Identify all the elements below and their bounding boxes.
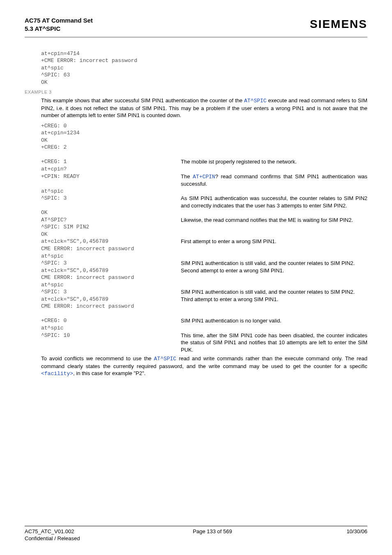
- code-line: +CME ERROR: incorrect password: [41, 57, 367, 64]
- example-row: [41, 151, 367, 159]
- example-row: at^spic: [41, 188, 367, 195]
- code-line: at+clck="SC",0,456789: [41, 267, 181, 274]
- code-line: [41, 310, 181, 318]
- desc: The AT+CPIN? read command confirms that …: [181, 173, 367, 188]
- code-line: CME ERROR: incorrect password: [41, 274, 181, 281]
- example-row: OK: [41, 137, 367, 144]
- desc: [181, 137, 367, 144]
- desc: [181, 325, 367, 332]
- code-line: OK: [41, 231, 181, 238]
- code-line: OK: [41, 209, 181, 216]
- doc-title: AC75 AT Command Set: [25, 16, 93, 25]
- example-row: OK: [41, 209, 367, 216]
- example-row: +CREG: 0SIM PIN1 authentication is no lo…: [41, 317, 367, 325]
- code-line: CME ERROR: incorrect password: [41, 303, 181, 310]
- at-spic-link[interactable]: AT^SPIC: [244, 98, 267, 104]
- desc: SIM PIN1 authentication is no longer val…: [181, 317, 367, 325]
- desc: [181, 231, 367, 238]
- example-row: at^spic: [41, 325, 367, 332]
- desc: [181, 144, 367, 151]
- desc: [181, 188, 367, 195]
- at-cpin-link[interactable]: AT+CPIN: [193, 174, 215, 180]
- desc: This time, after the SIM PIN1 code has b…: [181, 332, 367, 354]
- desc: Second attempt to enter a wrong SIM PIN1…: [181, 267, 367, 274]
- at-spic-link[interactable]: AT^SPIC: [154, 356, 177, 362]
- code-line: at^spic: [41, 253, 181, 260]
- code-line: OK: [41, 137, 181, 144]
- example-row: at^spic: [41, 253, 367, 260]
- code-line: OK: [41, 79, 367, 86]
- code-line: at^spic: [41, 188, 181, 195]
- page-footer: AC75_ATC_V01.002 Confidential / Released…: [25, 526, 367, 542]
- example-row: at+clck="SC",0,456789First attempt to en…: [41, 238, 367, 245]
- desc: [181, 151, 367, 159]
- example-row: OK: [41, 231, 367, 238]
- code-line: +CREG: 1: [41, 158, 181, 166]
- desc: [181, 166, 367, 173]
- code-line: at^spic: [41, 325, 181, 332]
- code-line: ^SPIC: 3: [41, 288, 181, 296]
- doc-section: 5.3 AT^SPIC: [25, 25, 93, 33]
- footer-date: 10/30/06: [310, 528, 367, 542]
- example-row: at^spic: [41, 281, 367, 289]
- code-line: ^SPIC: 63: [41, 71, 367, 79]
- code-line: +CREG: 2: [41, 144, 181, 151]
- example-row: [41, 310, 367, 318]
- facility-link[interactable]: <facility>: [41, 371, 73, 377]
- code-line: +CPIN: READY: [41, 173, 181, 188]
- footer-conf: Confidential / Released: [25, 535, 115, 542]
- example-row: +CREG: 0: [41, 122, 367, 130]
- desc: [181, 281, 367, 289]
- footer-doc: AC75_ATC_V01.002: [25, 528, 115, 535]
- example-row: ^SPIC: 10This time, after the SIM PIN1 c…: [41, 332, 367, 354]
- header-left: AC75 AT Command Set 5.3 AT^SPIC: [25, 16, 93, 33]
- text: To avoid conflicts we recommend to use t…: [41, 355, 154, 362]
- example-row: +CREG: 2: [41, 144, 367, 151]
- code-line: CME ERROR: incorrect password: [41, 245, 181, 253]
- desc: [181, 209, 367, 216]
- code-line: [41, 151, 181, 159]
- example-row: ^SPIC: 3SIM PIN1 authentication is still…: [41, 260, 367, 267]
- example-row: AT^SPIC?Likewise, the read command notif…: [41, 216, 367, 224]
- closing-para: To avoid conflicts we recommend to use t…: [41, 355, 367, 378]
- code-line: ^SPIC: 10: [41, 332, 181, 354]
- desc: As SIM PIN1 authentication was successfu…: [181, 195, 367, 209]
- desc: SIM PIN1 authentication is still valid, …: [181, 260, 367, 267]
- code-line: at+clck="SC",0,456789: [41, 296, 181, 303]
- code-line: at+cpin=1234: [41, 129, 181, 137]
- example-row: at+cpin=1234: [41, 129, 367, 137]
- desc: Likewise, the read command notifies that…: [181, 216, 367, 224]
- desc: Third attempt to enter a wrong SIM PIN1.: [181, 296, 367, 303]
- text: , in this case for example "P2".: [73, 370, 145, 376]
- example-row: at+cpin?: [41, 166, 367, 173]
- example-row: CME ERROR: incorrect password: [41, 245, 367, 253]
- text: This example shows that after successful…: [41, 97, 244, 104]
- desc: [181, 245, 367, 253]
- example-row: +CREG: 1The mobile ist properly register…: [41, 158, 367, 166]
- code-line: at^spic: [41, 281, 181, 289]
- page-header: AC75 AT Command Set 5.3 AT^SPIC SIEMENS: [25, 16, 367, 38]
- desc: SIM PIN1 authentication is still valid, …: [181, 288, 367, 296]
- code-line: +CREG: 0: [41, 122, 181, 130]
- desc: [181, 274, 367, 281]
- example-row: CME ERROR: incorrect password: [41, 303, 367, 310]
- example-row: at+clck="SC",0,456789Second attempt to e…: [41, 267, 367, 274]
- footer-page: Page 133 of 569: [115, 528, 310, 542]
- example-row: at+clck="SC",0,456789Third attempt to en…: [41, 296, 367, 303]
- desc: [181, 223, 367, 231]
- desc: [181, 253, 367, 260]
- desc: The mobile ist properly registered to th…: [181, 158, 367, 166]
- code-line: +CREG: 0: [41, 317, 181, 325]
- example-row: ^SPIC: 3SIM PIN1 authentication is still…: [41, 288, 367, 296]
- code-line: at+cpin=4714: [41, 50, 367, 58]
- code-line: ^SPIC: 3: [41, 260, 181, 267]
- code-line: at+cpin?: [41, 166, 181, 173]
- desc: [181, 122, 367, 130]
- footer-left: AC75_ATC_V01.002 Confidential / Released: [25, 528, 115, 542]
- example-row: +CPIN: READYThe AT+CPIN? read command co…: [41, 173, 367, 188]
- example-row: ^SPIC: 3As SIM PIN1 authentication was s…: [41, 195, 367, 209]
- example-label: EXAMPLE 3: [25, 89, 367, 95]
- example-row: CME ERROR: incorrect password: [41, 274, 367, 281]
- brand-logo: SIEMENS: [310, 16, 367, 32]
- code-line: ^SPIC: 3: [41, 195, 181, 209]
